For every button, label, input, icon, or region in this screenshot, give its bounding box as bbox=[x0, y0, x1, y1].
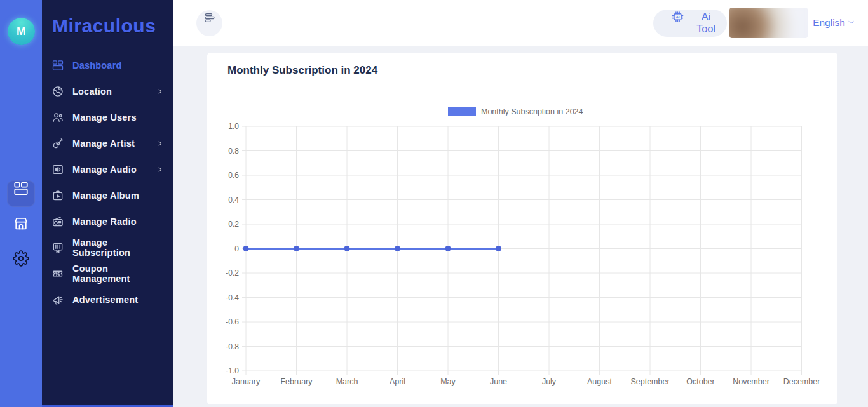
sidebar-item-label: Manage Audio bbox=[72, 164, 156, 175]
card-title: Monthly Subscription in 2024 bbox=[227, 64, 377, 77]
speaker-icon bbox=[51, 163, 64, 176]
sidebar-item-label: Manage Artist bbox=[72, 138, 156, 149]
sidebar-item-coupon-management[interactable]: Coupon Management bbox=[42, 260, 173, 286]
chevron-right-icon bbox=[156, 139, 165, 148]
gear-icon bbox=[7, 250, 35, 277]
svg-text:-0.2: -0.2 bbox=[226, 269, 239, 277]
globe-icon bbox=[51, 85, 64, 98]
sidebar-item-manage-users[interactable]: Manage Users bbox=[42, 104, 173, 130]
svg-text:Monthly Subscription in 2024: Monthly Subscription in 2024 bbox=[481, 107, 583, 116]
sidebar-item-label: Location bbox=[72, 86, 156, 97]
svg-text:July: July bbox=[542, 377, 557, 386]
brand-avatar-letter: M bbox=[17, 25, 25, 38]
svg-text:June: June bbox=[490, 377, 507, 386]
svg-text:October: October bbox=[686, 377, 714, 386]
sidebar-item-manage-radio[interactable]: Manage Radio bbox=[42, 208, 173, 234]
svg-text:0.4: 0.4 bbox=[228, 196, 239, 204]
sidebar-item-label: Coupon Management bbox=[72, 264, 165, 284]
radio-icon bbox=[51, 215, 64, 228]
brand-avatar[interactable]: M bbox=[8, 18, 35, 45]
brand-title: Miraculous bbox=[42, 0, 173, 37]
svg-text:April: April bbox=[390, 377, 405, 386]
svg-text:-1.0: -1.0 bbox=[226, 366, 239, 375]
svg-text:February: February bbox=[280, 377, 313, 386]
user-profile-image bbox=[729, 8, 808, 38]
user-profile-blurred[interactable] bbox=[729, 8, 808, 38]
sidebar-item-label: Manage Users bbox=[72, 112, 165, 123]
svg-text:January: January bbox=[232, 377, 261, 386]
ai-tool-label: Ai Tool bbox=[696, 11, 715, 35]
sidebar-item-advertisement[interactable]: Advertisement bbox=[42, 286, 173, 312]
svg-text:May: May bbox=[440, 377, 456, 386]
svg-text:0.6: 0.6 bbox=[228, 171, 239, 180]
sidebar-item-label: Manage Radio bbox=[72, 217, 165, 227]
rail-icon-group bbox=[7, 180, 35, 277]
users-icon bbox=[51, 111, 64, 124]
rail-store-button[interactable] bbox=[7, 215, 35, 242]
card-header: Monthly Subscription in 2024 bbox=[207, 53, 837, 88]
language-label: English bbox=[813, 17, 845, 29]
chip-ai-icon: AI bbox=[665, 10, 691, 37]
content-area: Monthly Subscription in 2024 1.00.80.60.… bbox=[173, 46, 868, 407]
menu-bars-icon bbox=[196, 10, 222, 36]
svg-text:December: December bbox=[783, 377, 820, 386]
sidebar-item-label: Manage Album bbox=[72, 190, 165, 201]
coupon-icon bbox=[51, 267, 64, 280]
card-body: 1.00.80.60.40.20-0.2-0.4-0.6-0.8-1.0Janu… bbox=[207, 88, 837, 404]
svg-text:0.2: 0.2 bbox=[228, 220, 239, 229]
sidebar-toggle-button[interactable] bbox=[196, 10, 222, 36]
sidebar-item-manage-audio[interactable]: Manage Audio bbox=[42, 156, 173, 182]
guitar-icon bbox=[51, 137, 64, 150]
sidebar-item-dashboard[interactable]: Dashboard bbox=[42, 52, 173, 78]
sidebar-item-manage-album[interactable]: Manage Album bbox=[42, 182, 173, 208]
svg-text:1.0: 1.0 bbox=[228, 122, 239, 131]
sidebar-item-label: Advertisement bbox=[72, 295, 165, 305]
svg-text:AI: AI bbox=[676, 14, 680, 18]
sidebar-item-manage-subscription[interactable]: Manage Subscription bbox=[42, 234, 173, 260]
svg-text:0: 0 bbox=[234, 244, 239, 253]
rail-settings-button[interactable] bbox=[7, 250, 35, 277]
svg-text:November: November bbox=[733, 377, 770, 386]
dashboard-icon bbox=[7, 180, 35, 207]
subscription-card: Monthly Subscription in 2024 1.00.80.60.… bbox=[207, 53, 837, 404]
svg-text:-0.4: -0.4 bbox=[226, 293, 239, 302]
ai-tool-button[interactable]: AI Ai Tool bbox=[653, 10, 727, 37]
app-root: M Miraculous DashboardLocationManage Use… bbox=[0, 0, 868, 407]
topbar: AI Ai Tool English bbox=[173, 0, 868, 46]
svg-text:August: August bbox=[587, 377, 612, 386]
svg-text:September: September bbox=[630, 377, 669, 386]
svg-text:0.8: 0.8 bbox=[228, 147, 239, 156]
album-icon bbox=[51, 189, 64, 202]
svg-text:-0.8: -0.8 bbox=[226, 342, 239, 351]
language-dropdown[interactable]: English bbox=[813, 17, 855, 29]
sidebar-menu: DashboardLocationManage UsersManage Arti… bbox=[42, 52, 173, 312]
chevron-right-icon bbox=[156, 87, 165, 96]
store-icon bbox=[7, 215, 35, 242]
sidebar-item-manage-artist[interactable]: Manage Artist bbox=[42, 130, 173, 156]
svg-text:March: March bbox=[336, 377, 358, 386]
sidebar-item-label: Dashboard bbox=[72, 60, 165, 70]
sidebar-item-location[interactable]: Location bbox=[42, 78, 173, 104]
sidebar: Miraculous DashboardLocationManage Users… bbox=[42, 0, 173, 407]
icon-rail: M bbox=[0, 0, 42, 407]
subscription-chart: 1.00.80.60.40.20-0.2-0.4-0.6-0.8-1.0Janu… bbox=[207, 88, 837, 404]
sidebar-item-label: Manage Subscription bbox=[72, 237, 165, 258]
chevron-down-icon bbox=[847, 17, 855, 29]
main-column: AI Ai Tool English Monthly Subscription … bbox=[173, 0, 868, 407]
subscription-icon bbox=[51, 241, 64, 254]
chevron-right-icon bbox=[156, 165, 165, 174]
dashboard-icon bbox=[51, 59, 64, 72]
topbar-right-group: AI Ai Tool English bbox=[653, 8, 855, 38]
svg-text:-0.6: -0.6 bbox=[226, 317, 239, 326]
rail-dashboard-button[interactable] bbox=[7, 180, 35, 207]
megaphone-icon bbox=[51, 293, 64, 306]
